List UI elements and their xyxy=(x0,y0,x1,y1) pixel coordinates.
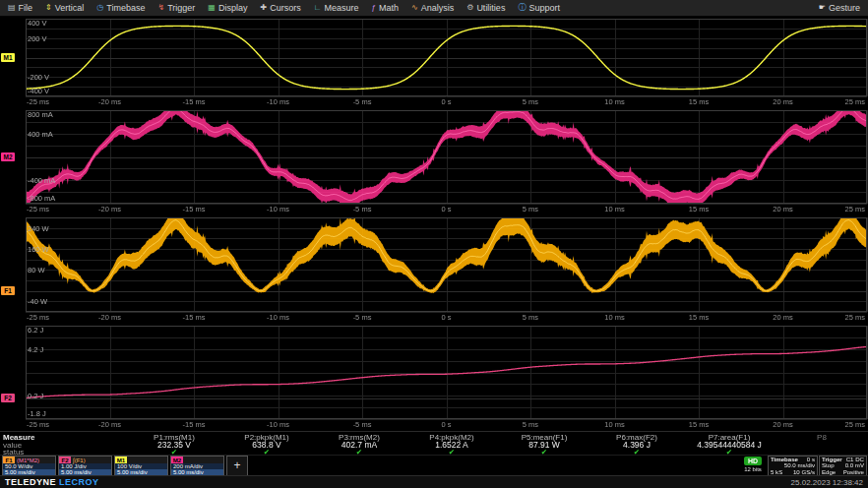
x-axis-label: 5 ms xyxy=(523,421,538,429)
trace-marker-f1[interactable]: F1 xyxy=(1,286,15,295)
y-axis-label: 400 V xyxy=(28,20,47,28)
x-axis-label: -10 ms xyxy=(267,206,289,214)
datetime-display: 25.02.2023 12:38:42 xyxy=(791,478,863,487)
descriptor-header: F1(M1*M2) xyxy=(3,457,55,463)
x-axis-label: 5 ms xyxy=(523,206,538,214)
hd-bits-label: 12 bits xyxy=(740,466,766,472)
x-axis-label: 10 ms xyxy=(604,421,624,429)
x-axis-label: 25 ms xyxy=(845,206,865,214)
x-axis-label: -20 ms xyxy=(98,98,121,106)
x-axis-label: 15 ms xyxy=(689,206,709,214)
timebase-descriptor[interactable]: Timebase0 s 50.0 ms/div 5 kS10 GS/s xyxy=(768,456,818,476)
y-axis-label: -1.8 J xyxy=(28,410,46,418)
x-axis-label: 10 ms xyxy=(604,206,624,214)
x-axis-label: -10 ms xyxy=(267,314,289,322)
y-axis-label: 0.2 J xyxy=(28,393,43,400)
y-axis-label: -400 V xyxy=(28,88,49,95)
x-axis-label: 20 ms xyxy=(773,206,792,214)
trace-source-label: (M1*M2) xyxy=(17,458,39,463)
timebase-rate: 10 GS/s xyxy=(793,469,815,475)
x-axis-label: 0 s xyxy=(441,98,451,106)
y-axis-label: -400 mA xyxy=(28,177,55,185)
x-axis-label: 25 ms xyxy=(845,98,865,106)
grid-power: 240 W160 W80 W-40 W-25 ms-20 ms-15 ms-10… xyxy=(0,215,868,324)
waveform-canvas-voltage[interactable] xyxy=(0,17,868,108)
x-axis-label: -10 ms xyxy=(267,421,289,429)
descriptor-f2[interactable]: F2∫(F1)1.00 J/div5.00 ms/div xyxy=(58,456,112,476)
x-axis-label: -10 ms xyxy=(267,98,289,106)
x-axis-label: -25 ms xyxy=(27,206,49,214)
timebase-samples: 5 kS xyxy=(771,469,782,475)
x-axis-label: 10 ms xyxy=(604,314,624,322)
footer-bar: TELEDYNE LECROY 25.02.2023 12:38:42 xyxy=(0,475,868,488)
x-axis-label: 0 s xyxy=(441,206,451,214)
trace-tag-m2: M2 xyxy=(171,457,183,463)
trigger-type: Edge xyxy=(822,469,836,475)
y-axis-label: 80 W xyxy=(28,267,45,274)
trace-tag-f2: F2 xyxy=(59,457,71,463)
x-axis-label: -5 ms xyxy=(353,314,372,322)
trace-marker-f2[interactable]: F2 xyxy=(1,394,15,402)
x-axis-label: 15 ms xyxy=(689,98,709,106)
trigger-slope: Positive xyxy=(843,469,864,475)
waveform-area: 400 V200 V-200 V-400 V-25 ms-20 ms-15 ms… xyxy=(0,0,868,431)
x-axis-label: 20 ms xyxy=(773,314,792,322)
brand-teledyne: TELEDYNE xyxy=(5,477,56,487)
descriptor-f1[interactable]: F1(M1*M2)50.0 W/div5.00 ms/div xyxy=(2,456,56,476)
descriptor-header: M2 xyxy=(171,457,223,463)
x-axis-label: 20 ms xyxy=(773,421,792,429)
hd-indicator: HD 12 bits xyxy=(740,456,766,476)
trace-marker-m1[interactable]: M1 xyxy=(1,53,15,62)
waveform-canvas-energy[interactable] xyxy=(0,324,868,431)
x-axis-label: -5 ms xyxy=(353,421,372,429)
x-axis-label: -15 ms xyxy=(183,206,206,214)
trace-tag-m1: M1 xyxy=(115,457,127,463)
trace-tag-f1: F1 xyxy=(3,457,15,463)
y-axis-label: 400 mA xyxy=(28,131,53,139)
x-axis-label: 15 ms xyxy=(689,314,709,322)
x-axis-label: -15 ms xyxy=(183,421,206,429)
x-axis-label: -5 ms xyxy=(353,98,372,106)
y-axis-label: -800 mA xyxy=(28,195,55,203)
waveform-canvas-current[interactable] xyxy=(0,108,868,215)
waveform-canvas-power[interactable] xyxy=(0,215,868,324)
y-axis-label: -40 W xyxy=(28,298,47,306)
grid-voltage: 400 V200 V-200 V-400 V-25 ms-20 ms-15 ms… xyxy=(0,17,868,108)
x-axis-label: -25 ms xyxy=(27,98,49,106)
trace-source-label: ∫(F1) xyxy=(73,458,86,463)
y-axis-label: 160 W xyxy=(28,246,49,254)
add-trace-button[interactable]: + xyxy=(226,456,248,476)
x-axis-label: -15 ms xyxy=(183,314,206,322)
trigger-descriptor[interactable]: TriggerC1 DC Stop0.0 mV EdgePositive xyxy=(819,456,867,476)
x-axis-label: 25 ms xyxy=(845,314,865,322)
x-axis-label: 15 ms xyxy=(689,421,709,429)
x-axis-label: -15 ms xyxy=(183,98,206,106)
x-axis-label: 10 ms xyxy=(604,98,624,106)
descriptor-m1[interactable]: M1100 V/div5.00 ms/div xyxy=(114,456,168,476)
hd-badge: HD xyxy=(744,457,762,465)
y-axis-label: 240 W xyxy=(28,225,49,233)
x-axis-label: 5 ms xyxy=(523,314,538,322)
y-axis-label: 4.2 J xyxy=(28,346,43,354)
descriptor-header: M1 xyxy=(115,457,167,463)
y-axis-label: 200 V xyxy=(28,35,47,43)
grid-current: 800 mA400 mA-400 mA-800 mA-25 ms-20 ms-1… xyxy=(0,108,868,215)
descriptor-bar: + HD 12 bits Timebase0 s 50.0 ms/div 5 k… xyxy=(0,455,868,475)
x-axis-label: 5 ms xyxy=(523,98,538,106)
x-axis-label: -5 ms xyxy=(353,206,372,214)
y-axis-label: 6.2 J xyxy=(28,327,43,335)
x-axis-label: 0 s xyxy=(441,314,451,322)
x-axis-label: -20 ms xyxy=(98,206,121,214)
measure-table: Measure value status P1:rms(M1)232.35 V✔… xyxy=(0,431,868,455)
y-axis-label: -200 V xyxy=(28,74,49,82)
x-axis-label: -25 ms xyxy=(27,421,49,429)
x-axis-label: -20 ms xyxy=(98,314,121,322)
brand-lecroy: LECROY xyxy=(59,477,99,487)
trace-marker-m2[interactable]: M2 xyxy=(1,152,15,161)
measure-label-p8[interactable]: P8 xyxy=(775,433,868,442)
oscilloscope-screen: ▤File⇕Vertical◷Timebase↯Trigger▦Display✚… xyxy=(0,0,868,488)
grid-energy: 6.2 J4.2 J0.2 J-1.8 J-25 ms-20 ms-15 ms-… xyxy=(0,324,868,431)
y-axis-label: 800 mA xyxy=(28,111,53,119)
x-axis-label: -20 ms xyxy=(98,421,121,429)
descriptor-m2[interactable]: M2200 mA/div5.00 ms/div xyxy=(170,456,224,476)
